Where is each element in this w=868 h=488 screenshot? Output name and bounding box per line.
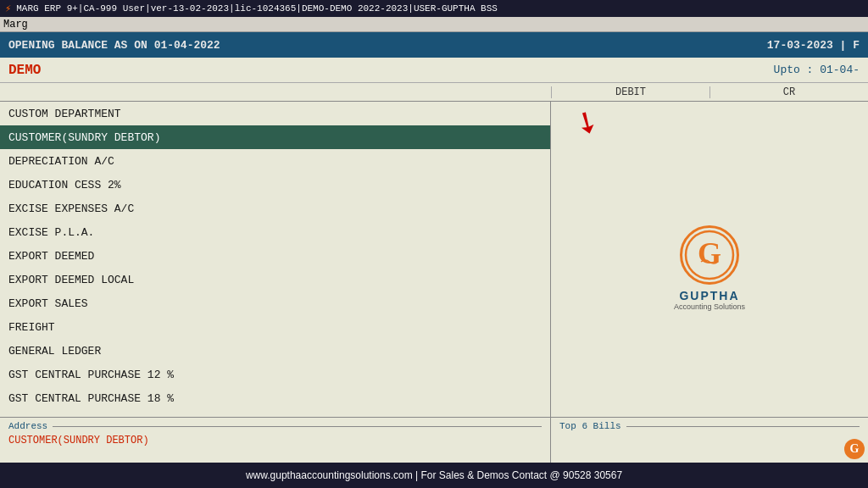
list-item[interactable]: EXPORT DEEMED	[0, 244, 550, 268]
address-label: Address	[8, 421, 542, 431]
title-bar: ⚡ MARG ERP 9+|CA-999 User|ver-13-02-2023…	[0, 0, 868, 17]
list-item[interactable]: EXCISE P.L.A.	[0, 220, 550, 244]
guptha-logo: G GUPTHA Accounting Solutions	[674, 225, 745, 311]
footer-text: www.gupthaaccountingsolutions.com | For …	[246, 469, 622, 481]
address-section: Address CUSTOMER(SUNDRY DEBTOR)	[0, 418, 551, 463]
title-text: MARG ERP 9+|CA-999 User|ver-13-02-2023|l…	[16, 3, 498, 14]
header-title: OPENING BALANCE AS ON 01-04-2022	[8, 39, 220, 52]
sub-header: DEMO Upto : 01-04-	[0, 58, 868, 83]
list-item[interactable]: GST CENTRAL PURCHASE 12 %	[0, 363, 550, 386]
list-item[interactable]: EDUCATION CESS 2%	[0, 173, 550, 197]
logo-subtext: Accounting Solutions	[674, 302, 745, 311]
list-item[interactable]: CUSTOM DEPARTMENT	[0, 102, 550, 125]
list-item[interactable]: DEPRECIATION A/C	[0, 149, 550, 173]
list-item[interactable]: EXCISE EXPENSES A/C	[0, 197, 550, 220]
header-date: 17-03-2023 | F	[767, 39, 860, 52]
logo-circle: G	[680, 225, 739, 285]
bills-section: Top 6 Bills	[551, 418, 868, 463]
red-arrow-indicator: ➘	[567, 102, 605, 146]
footer-bar: www.gupthaaccountingsolutions.com | For …	[0, 463, 868, 488]
svg-text:G: G	[698, 236, 721, 270]
list-area: CUSTOM DEPARTMENTCUSTOMER(SUNDRY DEBTOR)…	[0, 102, 868, 417]
main-content: DEMO Upto : 01-04- DEBIT CR CUSTOM DEPAR…	[0, 58, 868, 463]
column-headers: DEBIT CR	[0, 83, 868, 102]
header-bar: OPENING BALANCE AS ON 01-04-2022 17-03-2…	[0, 32, 868, 58]
col-credit-header: CR	[709, 86, 868, 98]
list-item[interactable]: EXPORT SALES	[0, 291, 550, 315]
list-item[interactable]: EXPORT DEEMED LOCAL	[0, 268, 550, 291]
list-item[interactable]: GST CENTRAL PURCHASE 18 %	[0, 386, 550, 410]
upto-label: Upto : 01-04-	[774, 64, 860, 76]
address-bar: Address CUSTOMER(SUNDRY DEBTOR) Top 6 Bi…	[0, 417, 868, 463]
ledger-list: CUSTOM DEPARTMENTCUSTOMER(SUNDRY DEBTOR)…	[0, 102, 551, 417]
app-icon: ⚡	[5, 3, 11, 15]
right-panel: ➘ G GUPTHA Accounting Solutions	[551, 102, 868, 417]
list-item[interactable]: GENERAL LEDGER	[0, 339, 550, 363]
demo-label: DEMO	[8, 63, 41, 78]
logo-name: GUPTHA	[679, 289, 739, 302]
address-content: CUSTOMER(SUNDRY DEBTOR)	[8, 435, 542, 446]
col-debit-header: DEBIT	[551, 86, 709, 98]
menu-bar[interactable]: Marg	[0, 17, 868, 32]
bills-label: Top 6 Bills	[559, 421, 860, 431]
list-item[interactable]: FREIGHT	[0, 315, 550, 339]
menu-marg[interactable]: Marg	[3, 19, 28, 30]
list-item[interactable]: CUSTOMER(SUNDRY DEBTOR)	[0, 125, 550, 149]
footer-logo: G	[844, 439, 865, 459]
